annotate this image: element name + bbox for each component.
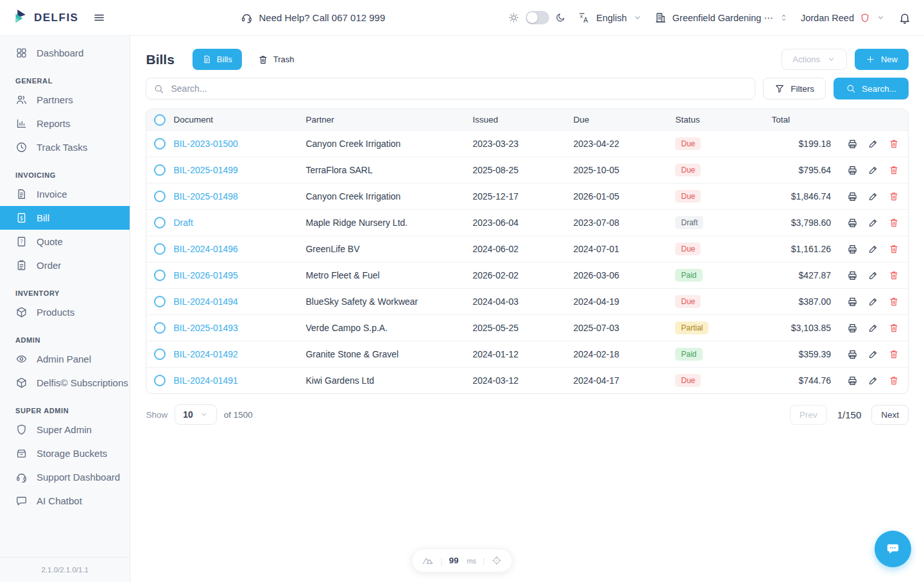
table-row: BIL-2025-01493 Verde Campo S.p.A. 2025-0…: [146, 314, 908, 341]
actions-dropdown[interactable]: Actions: [782, 49, 847, 70]
due-cell: 2025-07-03: [573, 323, 675, 333]
sidebar-item-products[interactable]: Products: [0, 300, 130, 324]
notifications-button[interactable]: [898, 12, 911, 24]
row-checkbox[interactable]: [154, 243, 166, 255]
print-button[interactable]: [847, 218, 858, 228]
delete-button[interactable]: [889, 218, 899, 228]
table-header-row: Document Partner Issued Due Status Total: [146, 109, 908, 130]
row-checkbox[interactable]: [154, 270, 166, 281]
document-link[interactable]: BIL-2025-01493: [173, 323, 237, 333]
sidebar-item-ai-chatbot[interactable]: AI Chatbot: [0, 489, 130, 513]
sidebar-item-bill[interactable]: Bill: [0, 206, 130, 230]
sidebar-item-partners[interactable]: Partners: [0, 88, 130, 112]
delete-button[interactable]: [889, 296, 899, 307]
company-selector[interactable]: Greenfield Gardening ⋯: [654, 12, 789, 24]
role-shield-icon: [860, 13, 870, 23]
next-page-button[interactable]: Next: [871, 405, 909, 425]
document-link[interactable]: BIL-2024-01492: [173, 349, 237, 359]
print-button[interactable]: [847, 323, 858, 334]
search-input[interactable]: [146, 78, 755, 99]
bell-icon: [898, 12, 911, 24]
print-button[interactable]: [847, 270, 858, 281]
pencil-icon: [868, 191, 878, 201]
edit-button[interactable]: [868, 218, 878, 228]
prev-page-button[interactable]: Prev: [790, 405, 827, 425]
sidebar-item-invoice[interactable]: Invoice: [0, 182, 130, 206]
due-cell: 2024-07-01: [573, 244, 675, 254]
row-checkbox[interactable]: [154, 322, 166, 334]
topbar: DELFIS Need Help? Call 067 012 999 Engli…: [0, 0, 924, 36]
print-button[interactable]: [847, 165, 858, 176]
document-link[interactable]: BIL-2024-01496: [173, 244, 237, 254]
chat-fab-button[interactable]: [875, 531, 911, 567]
sidebar-item-support-dashboard[interactable]: Support Dashboard: [0, 465, 130, 489]
print-button[interactable]: [847, 191, 858, 202]
row-checkbox[interactable]: [154, 191, 166, 202]
edit-button[interactable]: [868, 139, 878, 149]
print-button[interactable]: [847, 375, 858, 386]
delete-button[interactable]: [889, 349, 899, 359]
filters-button[interactable]: Filters: [763, 78, 826, 99]
delete-button[interactable]: [889, 165, 899, 175]
sidebar-item-order[interactable]: Order: [0, 253, 130, 277]
edit-button[interactable]: [868, 191, 878, 201]
print-button[interactable]: [847, 349, 858, 360]
sidebar-item-super-admin[interactable]: Super Admin: [0, 418, 130, 441]
hamburger-menu-button[interactable]: [92, 11, 106, 24]
tab-trash[interactable]: Trash: [248, 49, 304, 70]
sidebar-item-admin-panel[interactable]: Admin Panel: [0, 347, 130, 371]
chat-bubble-icon: [886, 542, 900, 556]
row-checkbox[interactable]: [154, 375, 166, 386]
delete-button[interactable]: [889, 375, 899, 386]
row-checkbox[interactable]: [154, 138, 166, 150]
document-link[interactable]: BIL-2023-01500: [173, 139, 237, 149]
select-all-checkbox[interactable]: [154, 114, 166, 126]
document-link[interactable]: Draft: [173, 218, 193, 228]
delete-button[interactable]: [889, 323, 899, 333]
row-checkbox[interactable]: [154, 296, 166, 307]
row-checkbox[interactable]: [154, 217, 166, 228]
document-link[interactable]: BIL-2024-01491: [173, 375, 237, 386]
print-button[interactable]: [847, 296, 858, 307]
user-menu[interactable]: Jordan Reed: [801, 13, 886, 23]
edit-button[interactable]: [868, 270, 878, 280]
delete-button[interactable]: [889, 270, 899, 280]
delete-button[interactable]: [889, 244, 899, 254]
document-link[interactable]: BIL-2025-01498: [173, 191, 237, 201]
edit-button[interactable]: [868, 375, 878, 386]
theme-toggle[interactable]: [526, 11, 549, 24]
print-button[interactable]: [847, 244, 858, 255]
tab-bills[interactable]: Bills: [193, 49, 242, 70]
page-size-select[interactable]: 10: [175, 404, 217, 425]
delete-button[interactable]: [889, 139, 899, 149]
delfis-logo[interactable]: DELFIS: [13, 9, 78, 26]
sidebar-item-storage-buckets[interactable]: Storage Buckets: [0, 441, 130, 465]
edit-button[interactable]: [868, 323, 878, 333]
edit-button[interactable]: [868, 349, 878, 359]
document-link[interactable]: BIL-2026-01495: [173, 270, 237, 280]
search-button[interactable]: Search...: [834, 78, 909, 99]
language-selector[interactable]: English: [578, 12, 642, 24]
document-link[interactable]: BIL-2024-01494: [173, 296, 237, 307]
trash-icon: [889, 270, 899, 280]
sidebar-item-track-tasks[interactable]: Track Tasks: [0, 135, 130, 159]
app-version: 2.1.0/2.1.0/1.1: [0, 557, 130, 582]
edit-button[interactable]: [868, 244, 878, 254]
new-button[interactable]: New: [855, 49, 909, 70]
sidebar-item-reports[interactable]: Reports: [0, 112, 130, 135]
sidebar-item-subscriptions[interactable]: Delfis© Subscriptions: [0, 371, 130, 395]
help-phone: Need Help? Call 067 012 999: [241, 12, 385, 24]
edit-button[interactable]: [868, 165, 878, 175]
locate-icon[interactable]: [491, 555, 502, 566]
edit-button[interactable]: [868, 296, 878, 307]
document-link[interactable]: BIL-2025-01499: [173, 165, 237, 175]
row-checkbox[interactable]: [154, 348, 166, 360]
issued-cell: 2025-08-25: [472, 165, 573, 175]
sidebar-item-label: Quote: [37, 236, 63, 247]
sidebar-item-quote[interactable]: Quote: [0, 230, 130, 253]
headset-icon: [241, 12, 253, 24]
row-checkbox[interactable]: [154, 164, 166, 176]
delete-button[interactable]: [889, 191, 899, 201]
sidebar-item-dashboard[interactable]: Dashboard: [0, 41, 130, 65]
print-button[interactable]: [847, 139, 858, 150]
